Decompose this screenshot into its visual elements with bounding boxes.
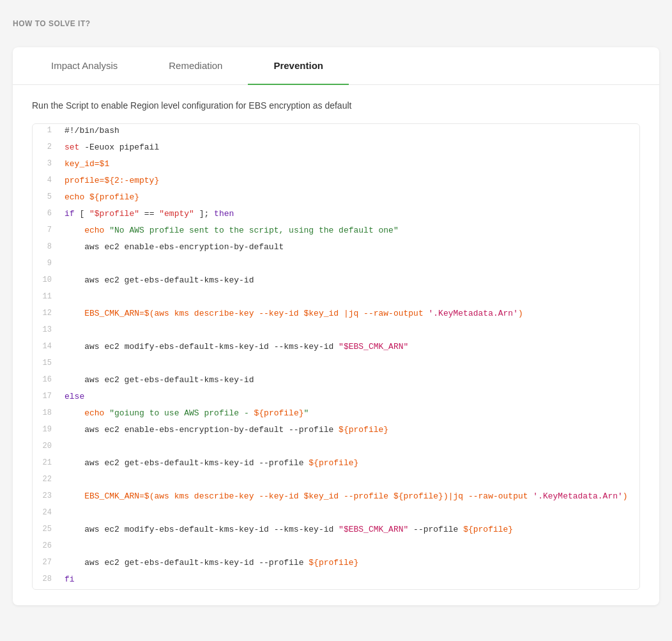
page-header: HOW TO SOLVE IT? bbox=[13, 13, 659, 35]
code-line: 10 aws ec2 get-ebs-default-kms-key-id bbox=[33, 274, 639, 290]
code-line: 5 echo ${profile} bbox=[33, 190, 639, 207]
code-line: 6 if [ "$profile" == "empty" ]; then bbox=[33, 207, 639, 224]
code-line: 16 aws ec2 get-ebs-default-kms-key-id bbox=[33, 373, 639, 390]
code-line: 9 bbox=[33, 257, 639, 274]
code-line: 14 aws ec2 modify-ebs-default-kms-key-id… bbox=[33, 340, 639, 357]
code-line: 24 bbox=[33, 506, 639, 523]
code-line: 2 set -Eeuox pipefail bbox=[33, 141, 639, 157]
code-line: 18 echo "goiung to use AWS profile - ${p… bbox=[33, 406, 639, 423]
tab-impact-analysis[interactable]: Impact Analysis bbox=[26, 47, 143, 85]
code-line: 15 bbox=[33, 357, 639, 373]
code-line: 1 #!/bin/bash bbox=[33, 124, 639, 141]
code-line: 26 bbox=[33, 539, 639, 556]
code-line: 3 key_id=$1 bbox=[33, 157, 639, 174]
code-block: 1 #!/bin/bash 2 set -Eeuox pipefail 3 ke… bbox=[32, 123, 640, 590]
code-line: 8 aws ec2 enable-ebs-encryption-by-defau… bbox=[33, 240, 639, 257]
code-line: 12 EBS_CMK_ARN=$(aws kms describe-key --… bbox=[33, 307, 639, 323]
tab-remediation[interactable]: Remediation bbox=[143, 47, 248, 85]
code-line: 22 bbox=[33, 473, 639, 490]
code-line: 23 EBS_CMK_ARN=$(aws kms describe-key --… bbox=[33, 490, 639, 506]
main-card: Impact Analysis Remediation Prevention R… bbox=[13, 47, 659, 605]
code-line: 25 aws ec2 modify-ebs-default-kms-key-id… bbox=[33, 523, 639, 539]
code-line: 19 aws ec2 enable-ebs-encryption-by-defa… bbox=[33, 423, 639, 440]
tabs-container: Impact Analysis Remediation Prevention bbox=[13, 47, 659, 85]
code-line: 21 aws ec2 get-ebs-default-kms-key-id --… bbox=[33, 456, 639, 473]
code-line: 4 profile=${2:-empty} bbox=[33, 174, 639, 190]
code-line: 20 bbox=[33, 440, 639, 456]
tab-prevention[interactable]: Prevention bbox=[248, 47, 349, 85]
code-line: 7 echo "No AWS profile sent to the scrip… bbox=[33, 224, 639, 240]
description-text: Run the Script to enable Region level co… bbox=[32, 100, 640, 111]
tab-content: Run the Script to enable Region level co… bbox=[13, 85, 659, 605]
code-line: 17 else bbox=[33, 390, 639, 406]
code-line: 28 fi bbox=[33, 573, 639, 589]
code-line: 11 bbox=[33, 290, 639, 307]
code-line: 13 bbox=[33, 323, 639, 340]
code-line: 27 aws ec2 get-ebs-default-kms-key-id --… bbox=[33, 556, 639, 573]
